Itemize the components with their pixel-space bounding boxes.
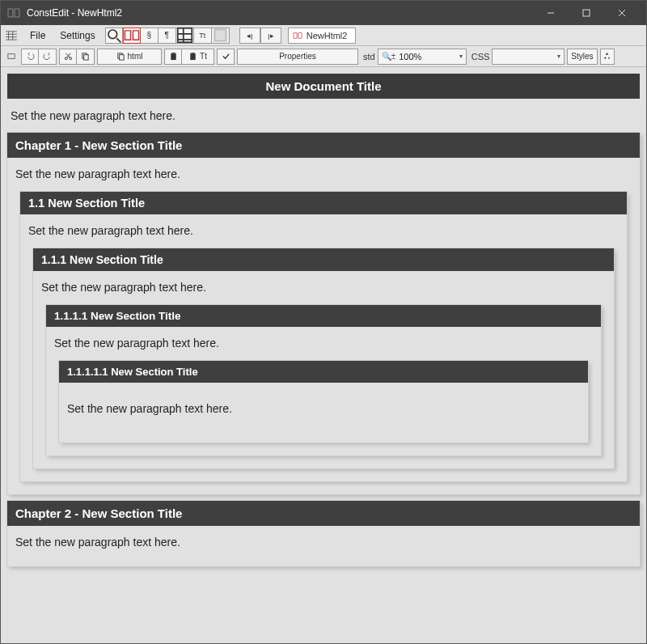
chevron-down-icon: ▾ [557, 53, 560, 60]
paste-button[interactable] [164, 49, 182, 65]
properties-label: Properties [279, 52, 316, 61]
paste-text-button[interactable]: Tt [182, 49, 214, 65]
tab-label: NewHtml2 [307, 31, 348, 40]
paragraph[interactable]: Set the new paragraph text here. [40, 271, 607, 305]
document-title[interactable]: New Document Title [7, 74, 640, 99]
titlebar: ConstEdit - NewHtml2 [1, 1, 646, 25]
nav-group: ◂ꞁ ꞁ▸ [239, 28, 281, 44]
svg-rect-0 [583, 10, 590, 16]
table-view-icon[interactable] [176, 28, 194, 44]
zoom-value: 100% [399, 52, 456, 61]
section-1-1[interactable]: 1.1 New Section Title Set the new paragr… [20, 192, 627, 481]
svg-rect-12 [171, 53, 175, 54]
check-button[interactable] [217, 49, 235, 65]
svg-point-1 [108, 30, 117, 39]
section-heading[interactable]: Chapter 2 - New Section Title [7, 501, 640, 526]
svg-rect-10 [119, 55, 124, 60]
section-heading[interactable]: 1.1 New Section Title [20, 192, 627, 214]
css-select[interactable]: ▾ [492, 49, 565, 65]
workspace[interactable]: New Document Title Set the new paragraph… [1, 67, 646, 643]
cut-button[interactable] [59, 49, 77, 65]
menu-settings[interactable]: Settings [53, 28, 101, 44]
section-chapter-1[interactable]: Chapter 1 - New Section Title Set the ne… [7, 133, 640, 494]
svg-rect-11 [171, 53, 175, 60]
insert-html-label: html [128, 52, 143, 61]
section-1-1-1-1[interactable]: 1.1.1.1 New Section Title Set the new pa… [46, 305, 601, 455]
svg-rect-3 [214, 30, 226, 41]
copy-button[interactable] [77, 49, 95, 65]
toolbar-secondary: html Tt Properties std 🔍± 100% ▾ CSS [1, 46, 646, 67]
svg-rect-14 [192, 53, 195, 54]
styles-button[interactable]: Styles [567, 49, 597, 65]
paragraph[interactable]: Set the new paragraph text here. [53, 327, 594, 361]
view-mode-group: § ¶ Tt [105, 28, 230, 44]
pilcrow-icon[interactable]: ¶ [159, 28, 176, 44]
undo-button[interactable] [21, 49, 39, 65]
section-chapter-2[interactable]: Chapter 2 - New Section Title Set the ne… [7, 501, 640, 566]
svg-rect-13 [190, 53, 195, 60]
chevron-down-icon: ▾ [459, 53, 463, 60]
app-icon [7, 7, 20, 19]
minimize-button[interactable] [533, 1, 569, 25]
zoom-select[interactable]: 🔍± 100% ▾ [378, 49, 467, 65]
section-symbol-icon[interactable]: § [141, 28, 159, 44]
svg-rect-4 [8, 53, 15, 58]
insert-html-button[interactable]: html [97, 49, 162, 65]
paragraph[interactable]: Set the new paragraph text here. [14, 526, 633, 560]
section-heading[interactable]: 1.1.1.1.1 New Section Title [59, 361, 588, 383]
menubar: File Settings § ¶ Tt ◂ꞁ ꞁ▸ [1, 25, 646, 46]
window-title: ConstEdit - NewHtml2 [27, 7, 533, 19]
search-icon[interactable] [105, 28, 123, 44]
paragraph[interactable]: Set the new paragraph text here. [7, 99, 640, 133]
paragraph[interactable]: Set the new paragraph text here. [66, 383, 581, 436]
svg-rect-8 [84, 55, 89, 60]
book-icon [292, 32, 303, 40]
nav-prev-button[interactable]: ◂ꞁ [239, 28, 260, 44]
paragraph[interactable]: Set the new paragraph text here. [27, 214, 620, 248]
properties-button[interactable]: Properties [237, 49, 358, 65]
nav-next-button[interactable]: ꞁ▸ [260, 28, 281, 44]
section-heading[interactable]: 1.1.1.1 New Section Title [46, 305, 601, 327]
maximize-button[interactable] [569, 1, 604, 25]
redo-button[interactable] [39, 49, 57, 65]
section-1-1-1-1-1[interactable]: 1.1.1.1.1 New Section Title Set the new … [59, 361, 588, 443]
document-tiny-icon[interactable] [4, 49, 19, 65]
book-view-icon[interactable] [123, 28, 141, 44]
css-label: CSS [472, 52, 490, 61]
paragraph[interactable]: Set the new paragraph text here. [14, 158, 633, 192]
paste-text-label: Tt [200, 52, 207, 61]
document-tab[interactable]: NewHtml2 [288, 28, 357, 44]
text-mode-icon[interactable]: Tt [194, 28, 212, 44]
std-label: std [363, 52, 375, 61]
section-1-1-1[interactable]: 1.1.1 New Section Title Set the new para… [33, 248, 614, 468]
menu-file[interactable]: File [23, 28, 52, 44]
panels-icon[interactable] [4, 28, 19, 43]
section-heading[interactable]: 1.1.1 New Section Title [33, 248, 614, 271]
styles-label: Styles [571, 52, 593, 61]
recycle-button[interactable] [600, 49, 615, 65]
section-heading[interactable]: Chapter 1 - New Section Title [7, 133, 640, 158]
blank-mode-icon[interactable] [212, 28, 230, 44]
close-button[interactable] [604, 1, 640, 25]
